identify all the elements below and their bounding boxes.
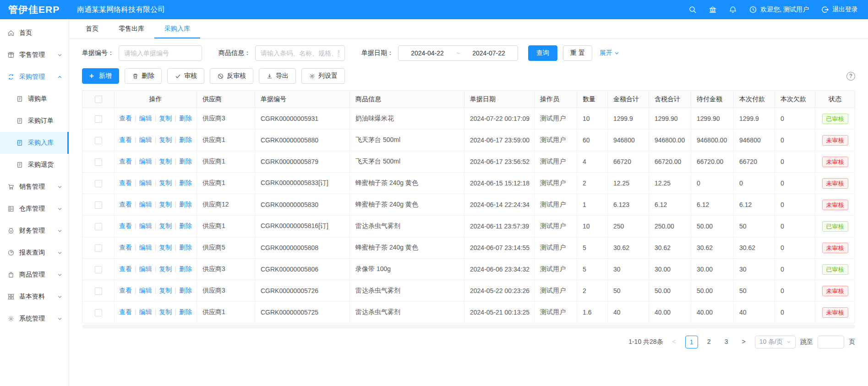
search-button[interactable]: 查询 bbox=[528, 45, 557, 61]
edit-link[interactable]: 编辑 bbox=[139, 179, 152, 186]
copy-link[interactable]: 复制 bbox=[159, 244, 172, 251]
delete-link[interactable]: 删除 bbox=[179, 179, 192, 186]
copy-link[interactable]: 复制 bbox=[159, 201, 172, 208]
view-link[interactable]: 查看 bbox=[119, 244, 132, 251]
view-link[interactable]: 查看 bbox=[119, 265, 132, 272]
horizontal-scrollbar[interactable] bbox=[82, 325, 855, 328]
row-checkbox[interactable] bbox=[95, 180, 102, 187]
tab-purchase-inbound[interactable]: 采购入库 bbox=[154, 19, 200, 38]
delete-link[interactable]: 删除 bbox=[179, 136, 192, 143]
edit-link[interactable]: 编辑 bbox=[139, 158, 152, 165]
sidebar-item-purchase-request[interactable]: 请购单 bbox=[0, 88, 69, 110]
cell-qty: 5 bbox=[577, 259, 608, 280]
unaudit-button[interactable]: 反审核 bbox=[210, 68, 253, 84]
prev-page-button[interactable]: < bbox=[668, 336, 681, 348]
row-checkbox[interactable] bbox=[95, 245, 102, 252]
sidebar-item-purchase-return[interactable]: 采购退货 bbox=[0, 154, 69, 176]
add-button[interactable]: + 新增 bbox=[82, 68, 119, 84]
copy-link[interactable]: 复制 bbox=[159, 136, 172, 143]
view-link[interactable]: 查看 bbox=[119, 158, 132, 165]
edit-link[interactable]: 编辑 bbox=[139, 244, 152, 251]
edit-link[interactable]: 编辑 bbox=[139, 114, 152, 122]
expand-toggle[interactable]: 展开 bbox=[600, 49, 619, 57]
row-checkbox[interactable] bbox=[95, 158, 102, 166]
view-link[interactable]: 查看 bbox=[119, 222, 132, 229]
view-link[interactable]: 查看 bbox=[119, 201, 132, 208]
delete-link[interactable]: 删除 bbox=[179, 308, 192, 315]
search-icon[interactable] bbox=[688, 5, 697, 14]
date-to-value[interactable]: 2024-07-22 bbox=[472, 49, 505, 57]
edit-link[interactable]: 编辑 bbox=[139, 265, 152, 272]
sidebar-item-warehouse-mgmt[interactable]: 仓库管理 bbox=[0, 198, 69, 220]
product-info-input[interactable] bbox=[255, 45, 345, 61]
sidebar-item-system-mgmt[interactable]: 系统管理 bbox=[0, 308, 69, 330]
row-checkbox[interactable] bbox=[95, 288, 102, 295]
edit-link[interactable]: 编辑 bbox=[139, 287, 152, 294]
copy-link[interactable]: 复制 bbox=[159, 265, 172, 272]
sidebar-item-product-mgmt[interactable]: 商品管理 bbox=[0, 264, 69, 286]
audit-button[interactable]: 审核 bbox=[167, 68, 204, 84]
bank-icon[interactable] bbox=[709, 5, 717, 14]
bell-icon[interactable] bbox=[729, 5, 737, 14]
copy-link[interactable]: 复制 bbox=[159, 222, 172, 229]
date-range-picker[interactable]: 2024-04-22 ~ 2024-07-22 bbox=[398, 45, 518, 61]
column-settings-button[interactable]: 列设置 bbox=[301, 68, 345, 84]
document-icon bbox=[16, 139, 23, 147]
copy-link[interactable]: 复制 bbox=[159, 287, 172, 294]
delete-link[interactable]: 删除 bbox=[179, 244, 192, 251]
row-checkbox[interactable] bbox=[95, 115, 102, 123]
delete-link[interactable]: 删除 bbox=[179, 114, 192, 122]
copy-link[interactable]: 复制 bbox=[159, 114, 172, 122]
copy-link[interactable]: 复制 bbox=[159, 179, 172, 186]
sidebar-item-purchase-order[interactable]: 采购订单 bbox=[0, 110, 69, 132]
tab-retail-outbound[interactable]: 零售出库 bbox=[109, 19, 154, 38]
cell-owed: 0 bbox=[775, 130, 815, 151]
row-checkbox[interactable] bbox=[95, 309, 102, 316]
row-checkbox[interactable] bbox=[95, 201, 102, 209]
row-checkbox[interactable] bbox=[95, 266, 102, 273]
sidebar-item-purchase-mgmt[interactable]: 采购管理 bbox=[0, 66, 69, 88]
delete-link[interactable]: 删除 bbox=[179, 222, 192, 229]
jump-page-input[interactable] bbox=[818, 336, 844, 348]
page-button-1[interactable]: 1 bbox=[685, 336, 698, 348]
edit-link[interactable]: 编辑 bbox=[139, 222, 152, 229]
page-button-3[interactable]: 3 bbox=[720, 336, 733, 348]
sidebar-item-report-query[interactable]: 报表查询 bbox=[0, 242, 69, 264]
company-name: 南通某某网络科技有限公司 bbox=[77, 5, 165, 15]
row-checkbox[interactable] bbox=[95, 223, 102, 230]
delete-link[interactable]: 删除 bbox=[179, 287, 192, 294]
sidebar-item-purchase-inbound[interactable]: 采购入库 bbox=[0, 132, 69, 154]
sidebar-item-finance-mgmt[interactable]: 财务管理 bbox=[0, 220, 69, 242]
view-link[interactable]: 查看 bbox=[119, 114, 132, 122]
view-link[interactable]: 查看 bbox=[119, 136, 132, 143]
view-link[interactable]: 查看 bbox=[119, 287, 132, 294]
edit-link[interactable]: 编辑 bbox=[139, 308, 152, 315]
sidebar-item-home[interactable]: 首页 bbox=[0, 22, 69, 44]
order-no-input[interactable] bbox=[119, 45, 202, 61]
date-from-value[interactable]: 2024-04-22 bbox=[411, 49, 444, 57]
sidebar-item-sales-mgmt[interactable]: 销售管理 bbox=[0, 176, 69, 198]
delete-link[interactable]: 删除 bbox=[179, 158, 192, 165]
tab-home[interactable]: 首页 bbox=[76, 19, 109, 38]
select-all-checkbox[interactable] bbox=[95, 96, 102, 103]
copy-link[interactable]: 复制 bbox=[159, 158, 172, 165]
sidebar-item-base-data[interactable]: 基本资料 bbox=[0, 286, 69, 308]
view-link[interactable]: 查看 bbox=[119, 308, 132, 315]
welcome-area[interactable]: 欢迎您, 测试用户 bbox=[749, 5, 809, 14]
edit-link[interactable]: 编辑 bbox=[139, 136, 152, 143]
delete-button[interactable]: 删除 bbox=[125, 68, 162, 84]
page-button-2[interactable]: 2 bbox=[703, 336, 715, 348]
copy-link[interactable]: 复制 bbox=[159, 308, 172, 315]
logout-button[interactable]: 退出登录 bbox=[821, 5, 858, 14]
row-checkbox[interactable] bbox=[95, 137, 102, 144]
delete-link[interactable]: 删除 bbox=[179, 201, 192, 208]
sidebar-item-retail-mgmt[interactable]: 零售管理 bbox=[0, 44, 69, 66]
export-button[interactable]: 导出 bbox=[259, 68, 296, 84]
view-link[interactable]: 查看 bbox=[119, 179, 132, 186]
page-size-select[interactable]: 10 条/页 bbox=[755, 336, 796, 348]
edit-link[interactable]: 编辑 bbox=[139, 201, 152, 208]
next-page-button[interactable]: > bbox=[737, 336, 750, 348]
delete-link[interactable]: 删除 bbox=[179, 265, 192, 272]
reset-button[interactable]: 重 置 bbox=[563, 45, 592, 61]
help-icon[interactable]: ? bbox=[846, 72, 855, 81]
